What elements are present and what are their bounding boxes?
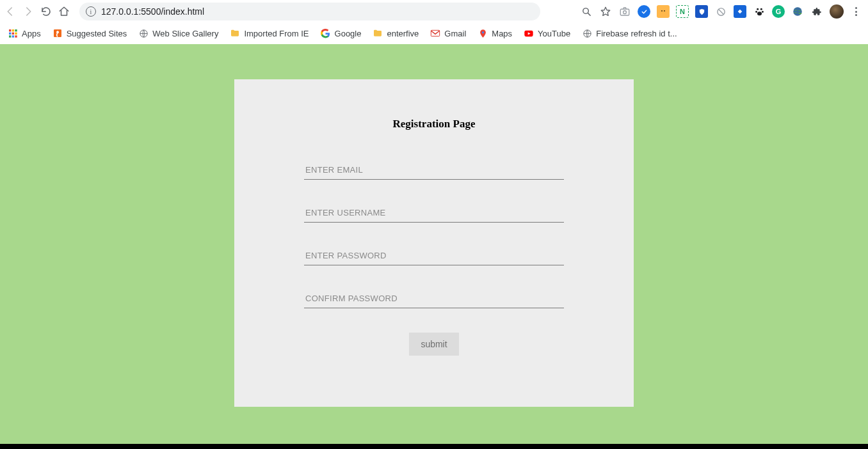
folder-icon (373, 28, 383, 38)
google-icon (321, 28, 331, 38)
bookmark-label: YouTube (538, 29, 570, 38)
submit-button[interactable]: submit (409, 333, 458, 356)
bookmark-label: Imported From IE (244, 29, 309, 38)
svg-rect-15 (12, 29, 14, 31)
bookmark-label: Firebase refresh id t... (596, 29, 677, 38)
bookmark-label: Maps (492, 29, 512, 38)
email-field-wrap (304, 161, 564, 180)
bookmark-label: Google (335, 29, 362, 38)
svg-line-7 (718, 9, 723, 14)
apps-bookmark[interactable]: Apps (8, 28, 41, 38)
svg-rect-20 (9, 35, 11, 37)
apps-icon (8, 28, 18, 38)
camera-ext-icon[interactable] (618, 5, 631, 18)
submit-row: submit (234, 333, 634, 356)
home-button[interactable] (58, 5, 70, 18)
svg-rect-18 (12, 33, 14, 35)
gmail-bookmark[interactable]: Gmail (430, 28, 466, 38)
svg-rect-26 (431, 30, 440, 36)
maps-bookmark[interactable]: Maps (478, 28, 512, 38)
username-field-wrap (304, 204, 564, 223)
password-field-wrap (304, 247, 564, 265)
blue-check-ext-icon[interactable] (638, 5, 650, 18)
globe-ext-icon[interactable] (791, 5, 804, 18)
maps-icon (478, 28, 488, 38)
username-input[interactable] (304, 204, 564, 223)
imported-ie-bookmark[interactable]: Imported From IE (230, 28, 309, 38)
svg-rect-21 (12, 35, 14, 37)
bookmark-label: Apps (22, 29, 41, 38)
bookmark-label: Gmail (444, 29, 466, 38)
registration-card: Registration Page submit (234, 79, 634, 407)
svg-point-27 (482, 31, 484, 33)
folder-icon (230, 28, 240, 38)
bookmark-label: Web Slice Gallery (152, 29, 218, 38)
toolbar-right-icons: N G (580, 4, 864, 19)
green-n-ext-icon[interactable]: N (676, 5, 689, 18)
svg-point-0 (583, 8, 588, 13)
email-input[interactable] (304, 161, 564, 180)
gmail-icon (430, 28, 440, 38)
browser-toolbar: i 127.0.0.1:5500/index.html N (0, 0, 868, 23)
youtube-icon (524, 28, 534, 38)
chrome-menu-icon[interactable] (850, 5, 862, 18)
svg-rect-19 (15, 33, 17, 35)
bookmark-label: Suggested Sites (67, 29, 127, 38)
address-bar[interactable]: i 127.0.0.1:5500/index.html (79, 3, 540, 20)
suggested-icon (52, 28, 63, 38)
star-icon[interactable] (599, 5, 612, 18)
enterfive-bookmark[interactable]: enterfive (373, 28, 419, 38)
blue-square-ext-icon[interactable] (734, 5, 746, 18)
dark-paw-ext-icon[interactable] (753, 5, 766, 18)
firebase-bookmark[interactable]: Firebase refresh id t... (582, 28, 677, 38)
svg-point-11 (762, 11, 764, 13)
page-viewport: Registration Page submit (0, 44, 868, 444)
svg-point-4 (661, 10, 663, 12)
box-ext-icon[interactable] (657, 5, 670, 18)
forward-button[interactable] (22, 5, 35, 18)
globe-icon (582, 28, 592, 38)
svg-point-24 (56, 31, 59, 33)
url-text: 127.0.0.1:5500/index.html (101, 6, 204, 17)
svg-point-5 (664, 10, 665, 12)
youtube-bookmark[interactable]: YouTube (524, 28, 570, 38)
grey-nosign-ext-icon[interactable] (714, 5, 727, 18)
password-input[interactable] (304, 247, 564, 265)
grammarly-ext-icon[interactable]: G (772, 5, 785, 18)
suggested-sites-bookmark[interactable]: Suggested Sites (52, 28, 127, 38)
svg-point-9 (760, 8, 762, 10)
zoom-icon[interactable] (580, 5, 593, 18)
svg-rect-22 (15, 35, 17, 37)
extensions-puzzle-icon[interactable] (810, 5, 823, 18)
profile-avatar[interactable] (830, 4, 844, 19)
svg-rect-16 (15, 29, 17, 31)
bookmark-label: enterfive (387, 29, 419, 38)
confirm-password-input[interactable] (304, 290, 564, 308)
globe-icon (138, 28, 149, 38)
taskbar-strip (0, 444, 868, 449)
svg-point-12 (757, 12, 761, 15)
svg-rect-2 (620, 9, 629, 15)
blue-shield-ext-icon[interactable] (695, 5, 708, 18)
svg-point-3 (623, 11, 627, 14)
svg-point-13 (793, 7, 802, 16)
site-info-icon[interactable]: i (86, 6, 96, 17)
bookmarks-bar: Apps Suggested Sites Web Slice Gallery I… (0, 23, 868, 44)
svg-point-10 (755, 11, 757, 13)
back-button[interactable] (4, 5, 17, 18)
svg-rect-17 (9, 33, 11, 35)
svg-line-1 (588, 13, 590, 15)
web-slice-bookmark[interactable]: Web Slice Gallery (138, 28, 218, 38)
svg-rect-14 (9, 29, 11, 31)
confirm-password-field-wrap (304, 290, 564, 308)
page-title: Registration Page (234, 118, 634, 130)
svg-point-8 (757, 8, 759, 10)
reload-button[interactable] (40, 5, 52, 18)
google-bookmark[interactable]: Google (321, 28, 362, 38)
